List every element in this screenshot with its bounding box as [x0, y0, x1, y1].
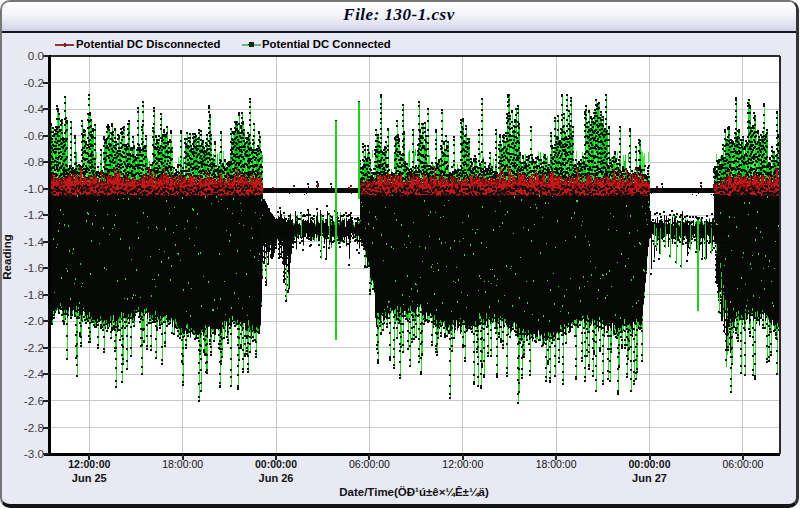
svg-text:Potential DC Disconnected: Potential DC Disconnected — [76, 38, 220, 50]
svg-text:0.0: 0.0 — [28, 49, 45, 62]
svg-text:Jun 27: Jun 27 — [632, 472, 667, 484]
svg-text:-1.8: -1.8 — [24, 288, 44, 301]
svg-text:-2.6: -2.6 — [24, 394, 44, 407]
svg-text:06:00:00: 06:00:00 — [349, 458, 390, 470]
svg-text:-1.2: -1.2 — [24, 208, 44, 221]
svg-text:06:00:00: 06:00:00 — [722, 458, 763, 470]
svg-text:18:00:00: 18:00:00 — [536, 458, 577, 470]
svg-text:-0.8: -0.8 — [24, 155, 44, 168]
svg-text:Date/Time(ÖÐ¹ú±ê×¼Ê±¼ä): Date/Time(ÖÐ¹ú±ê×¼Ê±¼ä) — [339, 486, 489, 498]
svg-text:-0.4: -0.4 — [24, 102, 45, 115]
svg-text:Reading: Reading — [1, 234, 13, 279]
svg-text:Jun 25: Jun 25 — [72, 472, 107, 484]
svg-text:12:00:00: 12:00:00 — [68, 458, 110, 470]
svg-text:00:00:00: 00:00:00 — [255, 458, 297, 470]
svg-text:-1.0: -1.0 — [24, 182, 45, 195]
svg-text:-1.4: -1.4 — [24, 235, 45, 248]
svg-text:Potential DC Connected: Potential DC Connected — [262, 38, 391, 50]
svg-text:-0.6: -0.6 — [24, 129, 44, 142]
svg-text:00:00:00: 00:00:00 — [628, 458, 670, 470]
svg-text:18:00:00: 18:00:00 — [162, 458, 203, 470]
svg-text:-3.0: -3.0 — [24, 447, 45, 460]
svg-text:-2.4: -2.4 — [24, 367, 45, 380]
svg-text:-1.6: -1.6 — [24, 261, 44, 274]
svg-text:-2.8: -2.8 — [24, 421, 44, 434]
svg-text:-2.0: -2.0 — [24, 314, 45, 327]
svg-text:-2.2: -2.2 — [24, 341, 44, 354]
svg-text:12:00:00: 12:00:00 — [442, 458, 483, 470]
svg-text:Jun 26: Jun 26 — [259, 472, 294, 484]
svg-text:-0.2: -0.2 — [24, 76, 44, 89]
